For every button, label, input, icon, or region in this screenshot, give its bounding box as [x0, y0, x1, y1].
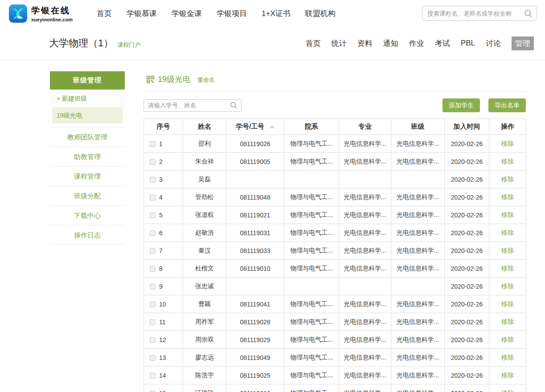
top-nav-item-3[interactable]: 学银金课 — [172, 8, 202, 19]
row-number: 7 — [159, 247, 163, 254]
site-search-box[interactable] — [422, 6, 537, 21]
row-checkbox[interactable] — [150, 373, 156, 379]
export-roster-button[interactable]: 导出名单 — [488, 98, 526, 112]
cell-student-id: 081119041 — [226, 295, 284, 313]
row-checkbox[interactable] — [150, 284, 156, 290]
cell-name: 邵利 — [183, 135, 226, 153]
remove-link[interactable]: 移除 — [501, 247, 514, 254]
row-checkbox[interactable] — [150, 141, 156, 147]
row-number: 2 — [159, 158, 163, 165]
remove-link[interactable]: 移除 — [501, 336, 514, 343]
column-header-5: 专业 — [339, 119, 391, 135]
column-header-3[interactable]: 学号/工号 — [226, 119, 284, 135]
row-checkbox[interactable] — [150, 177, 156, 183]
cell-join-date: 2020-02-26 — [445, 313, 489, 331]
add-student-button[interactable]: 添加学生 — [443, 98, 480, 112]
row-checkbox[interactable] — [150, 355, 156, 361]
remove-link[interactable]: 移除 — [501, 211, 514, 218]
course-tab-manage-active[interactable]: 管理 — [512, 37, 534, 50]
table-row: 5张道权081119021物理与电气工...光电信息科学...光电信息科学...… — [144, 206, 526, 224]
sidebar-item-4[interactable]: 班级分配 — [50, 186, 125, 205]
row-checkbox[interactable] — [150, 159, 156, 165]
cell-action: 移除 — [489, 188, 526, 206]
sidebar-item-1[interactable]: 教师团队管理 — [50, 127, 125, 147]
sidebar-item-2[interactable]: 助教管理 — [50, 147, 125, 166]
cell-student-id: 081119016 — [226, 384, 284, 392]
sidebar-item-6[interactable]: 操作日志 — [50, 225, 125, 245]
course-tab-2[interactable]: 统计 — [332, 38, 347, 49]
rename-link[interactable]: 重命名 — [197, 76, 215, 84]
class-qr-icon[interactable] — [147, 76, 154, 83]
top-nav-item-6[interactable]: 联盟机构 — [305, 8, 336, 19]
row-checkbox[interactable] — [150, 195, 156, 200]
top-nav-item-4[interactable]: 学银项目 — [217, 8, 247, 19]
sidebar-new-class[interactable]: + 新建班级 — [50, 90, 125, 107]
logo[interactable]: 学银在线 xueyinonline.com — [9, 4, 73, 23]
cell-major: 光电信息科学... — [339, 135, 391, 153]
cell-student-id: 081119026 — [226, 135, 284, 153]
row-checkbox[interactable] — [150, 230, 156, 236]
student-search-box[interactable] — [143, 99, 242, 112]
cell-major: 光电信息科学... — [339, 295, 391, 313]
remove-link[interactable]: 移除 — [501, 158, 514, 165]
cell-join-date: 2020-02-26 — [445, 188, 489, 206]
row-checkbox[interactable] — [150, 266, 156, 272]
row-checkbox[interactable] — [150, 391, 156, 392]
remove-link[interactable]: 移除 — [501, 389, 514, 392]
cell-join-date: 2020-02-26 — [445, 242, 489, 260]
remove-link[interactable]: 移除 — [501, 318, 514, 325]
row-checkbox[interactable] — [150, 212, 156, 218]
sidebar-active-class[interactable]: 19级光电 — [52, 107, 123, 123]
top-nav-item-2[interactable]: 学银慕课 — [127, 8, 157, 19]
sort-caret-icon[interactable] — [270, 122, 275, 130]
course-tab-1[interactable]: 首页 — [306, 38, 321, 49]
remove-link[interactable]: 移除 — [501, 372, 514, 379]
course-tab-6[interactable]: 考试 — [435, 38, 450, 49]
student-search-icon[interactable] — [230, 102, 238, 109]
course-tab-8[interactable]: 讨论 — [486, 38, 501, 49]
course-tab-5[interactable]: 作业 — [409, 38, 424, 49]
cell-seq: 2 — [144, 153, 183, 171]
cell-class: 光电信息科学... — [391, 260, 445, 278]
cell-class: 光电信息科学... — [391, 349, 445, 367]
cell-name: 张忠诚 — [183, 278, 226, 295]
cell-action: 移除 — [489, 349, 526, 367]
search-icon[interactable] — [524, 9, 533, 18]
row-checkbox[interactable] — [150, 319, 156, 325]
table-row: 1邵利081119026物理与电气工...光电信息科学...光电信息科学...2… — [144, 135, 526, 153]
cell-action: 移除 — [489, 295, 526, 313]
course-title: 大学物理（1） — [49, 37, 113, 50]
remove-link[interactable]: 移除 — [501, 193, 514, 200]
remove-link[interactable]: 移除 — [501, 282, 514, 290]
cell-major: 光电信息科学... — [339, 384, 391, 392]
remove-link[interactable]: 移除 — [501, 300, 514, 307]
row-checkbox[interactable] — [150, 302, 156, 307]
content: 班级管理 + 新建班级 19级光电 教师团队管理助教管理课程管理班级分配下载中心… — [0, 60, 545, 392]
remove-link[interactable]: 移除 — [501, 354, 514, 361]
row-checkbox[interactable] — [150, 248, 156, 254]
remove-link[interactable]: 移除 — [501, 265, 514, 272]
row-checkbox[interactable] — [150, 337, 156, 343]
site-search-input[interactable] — [427, 10, 524, 17]
remove-link[interactable]: 移除 — [501, 140, 514, 147]
student-search-input[interactable] — [148, 102, 230, 109]
cell-name: 汪珑玲 — [183, 384, 226, 392]
top-bar: 学银在线 xueyinonline.com 首页学银慕课学银金课学银项目1+X证… — [0, 0, 545, 27]
cell-department: 物理与电气工... — [284, 135, 339, 153]
remove-link[interactable]: 移除 — [501, 229, 514, 236]
cell-action: 移除 — [489, 242, 526, 260]
course-portal-link[interactable]: 课程门户 — [117, 41, 140, 49]
sidebar-item-3[interactable]: 课程管理 — [50, 166, 125, 186]
sidebar-item-5[interactable]: 下载中心 — [50, 205, 125, 225]
sidebar-header-class-management[interactable]: 班级管理 — [50, 71, 125, 90]
course-tab-7[interactable]: PBL — [461, 39, 475, 48]
cell-department: 物理与电气工... — [284, 295, 339, 313]
brand-text: 学银在线 xueyinonline.com — [31, 5, 73, 22]
cell-join-date: 2020-02-26 — [445, 135, 489, 153]
top-nav-item-5[interactable]: 1+X证书 — [262, 8, 291, 19]
course-tab-4[interactable]: 通知 — [383, 38, 398, 49]
class-name-title: 19级光电 — [158, 74, 191, 85]
remove-link[interactable]: 移除 — [501, 176, 514, 183]
course-tab-3[interactable]: 资料 — [357, 38, 373, 49]
top-nav-item-1[interactable]: 首页 — [97, 8, 112, 19]
